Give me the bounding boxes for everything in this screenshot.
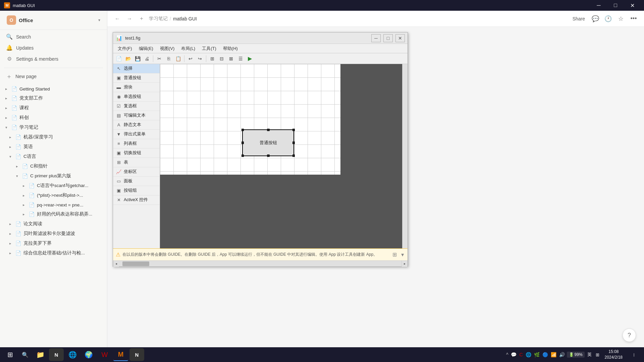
taskbar-wps[interactable]: W [97, 348, 112, 361]
toolbar-open-button[interactable]: 📂 [124, 54, 132, 63]
matlab-close-button[interactable]: ✕ [395, 34, 405, 42]
tree-item-c-zhizhen[interactable]: ▸📄C和指针 [1, 162, 106, 171]
tray-arrow[interactable]: ^ [505, 351, 509, 358]
favorite-button[interactable]: ☆ [616, 14, 626, 24]
minimize-button[interactable]: ─ [591, 0, 606, 11]
menu-编辑(E)[interactable]: 编辑(E) [136, 45, 157, 53]
toolbar-run-button[interactable]: ▶ [246, 54, 254, 63]
toolbar-undo-button[interactable]: ↩ [186, 54, 195, 63]
palette-item-panel[interactable]: ▭面板 [113, 177, 160, 186]
palette-item-pushbutton[interactable]: ▣普通按钮 [113, 73, 160, 83]
tree-item-kelama[interactable]: ▸📄克拉美罗下界 [1, 239, 106, 248]
taskbar-clock[interactable]: 15:08 2024/2/18 [602, 349, 625, 360]
tree-item-bayesi[interactable]: ▸📄贝叶斯滤波和卡尔曼滤波 [1, 229, 106, 238]
palette-item-checkbox[interactable]: ☑复选框 [113, 102, 160, 111]
network-icon[interactable]: 📶 [550, 351, 557, 358]
taskbar-search-button[interactable]: 🔍 [19, 348, 32, 361]
warning-expand-button[interactable]: ⊞ [392, 251, 397, 258]
toolbar-redo-button[interactable]: ↪ [196, 54, 204, 63]
more-button[interactable]: ••• [629, 14, 639, 24]
palette-item-listbox[interactable]: ≡列表框 [113, 139, 160, 148]
start-button[interactable]: ⊞ [3, 348, 17, 361]
maximize-button[interactable]: □ [608, 0, 623, 11]
tree-item-c-lang[interactable]: ▾📄C语言 [1, 152, 106, 161]
back-button[interactable]: ← [113, 14, 122, 23]
toolbar-new-button[interactable]: 📄 [114, 54, 123, 63]
h-scroll-thumb[interactable] [122, 261, 149, 266]
scroll-right-button[interactable]: ▸ [401, 261, 408, 267]
toolbar-paste-button[interactable]: 📋 [174, 54, 182, 63]
tree-item-dangzhi[interactable]: ▸📄党支部工作 [1, 94, 106, 103]
tree-item-yingyu[interactable]: ▸📄英语 [1, 142, 106, 152]
taskbar-matlab[interactable]: M [113, 348, 128, 361]
taskbar-notion2[interactable]: N [129, 348, 144, 361]
toolbar-snap-button[interactable]: ⊠ [227, 54, 235, 63]
tray-app3[interactable]: 🔵 [542, 351, 549, 358]
lang-indicator[interactable]: 英 [586, 351, 593, 358]
taskbar-edge[interactable]: 🌐 [65, 348, 80, 361]
nav-item-search[interactable]: 🔍 Search [3, 31, 104, 42]
canvas-scrollbar-right[interactable] [402, 64, 408, 248]
tree-item-kechuang[interactable]: ▸📄科创 [1, 113, 106, 122]
palette-item-slider[interactable]: ▬滑块 [113, 83, 160, 92]
toolbar-menu-button[interactable]: ☰ [236, 54, 245, 63]
toolbar-copy-button[interactable]: ⎘ [164, 54, 173, 63]
close-button[interactable]: ✕ [625, 0, 640, 11]
h-scrollbar[interactable]: ◂ ▸ [113, 260, 408, 266]
tree-item-jiqixuexi[interactable]: ▸📄机器/深度学习 [1, 132, 106, 142]
wechat-icon[interactable]: 💬 [510, 351, 517, 358]
show-desktop-button[interactable]: | [627, 348, 641, 361]
pushbutton-widget[interactable]: 普通按钮 [242, 129, 294, 156]
history-button[interactable]: 🕐 [603, 14, 613, 24]
menu-视图(V)[interactable]: 视图(V) [157, 45, 178, 53]
breadcrumb-parent[interactable]: 学习笔记 [149, 16, 168, 22]
toolbar-align-button[interactable]: ⊞ [208, 54, 217, 63]
toolbar-grid-button[interactable]: ⊟ [217, 54, 226, 63]
warning-scroll-down[interactable]: ▼ [400, 252, 405, 257]
tree-item-kecheng[interactable]: ▸📄课程 [1, 103, 106, 113]
matlab-minimize-button[interactable]: ─ [371, 34, 381, 42]
tree-item-c-primer[interactable]: ▾📄C primer plus第六版 [1, 171, 106, 181]
palette-item-statictext[interactable]: A静态文本 [113, 120, 160, 130]
palette-item-table[interactable]: ⊞表 [113, 158, 160, 167]
help-button[interactable]: ? [623, 328, 636, 342]
taskbar-notion-app[interactable]: N [49, 348, 64, 361]
menu-工具(T)[interactable]: 工具(T) [199, 45, 220, 53]
h-scroll-track[interactable] [119, 261, 401, 266]
tree-item-getting-started[interactable]: ▸📄Getting Started [1, 84, 106, 93]
tree-item-plist-next[interactable]: ▸📄(*plist)->next和plist->... [1, 191, 106, 200]
tree-item-scanf-getch[interactable]: ▸📄C语言中scanf与getchar... [1, 181, 106, 190]
palette-item-axes[interactable]: 📈坐标区 [113, 167, 160, 177]
palette-item-buttongroup[interactable]: ▣按钮组 [113, 186, 160, 195]
scroll-left-button[interactable]: ◂ [113, 261, 119, 267]
nav-item-settings[interactable]: ⚙ Settings & members [3, 53, 104, 64]
tray-app1[interactable]: 🌐 [525, 351, 532, 358]
forward-button[interactable]: → [125, 14, 134, 23]
add-page-button[interactable]: ＋ [137, 14, 146, 23]
palette-item-activex[interactable]: ✕ActiveX 控件 [113, 195, 160, 205]
comment-button[interactable]: 💬 [590, 14, 600, 24]
volume-icon[interactable]: 🔊 [558, 351, 566, 358]
toolbar-save-button[interactable]: 💾 [133, 54, 142, 63]
tree-item-zonghe[interactable]: ▸📄综合信息处理基础/估计与检... [1, 248, 106, 258]
new-page-button[interactable]: ＋ New page [0, 70, 107, 83]
palette-item-popupmenu[interactable]: ▼弹出式菜单 [113, 130, 160, 139]
menu-文件(F)[interactable]: 文件(F) [114, 45, 136, 53]
matlab-maximize-button[interactable]: □ [383, 34, 393, 42]
toolbar-cut-button[interactable]: ✂ [155, 54, 164, 63]
csdn-icon[interactable]: C [519, 351, 523, 358]
palette-item-select[interactable]: ↖选择 [113, 64, 160, 73]
palette-item-radiobutton[interactable]: ◉单选按钮 [113, 92, 160, 102]
menu-帮助(H)[interactable]: 帮助(H) [220, 45, 241, 53]
ime-grid[interactable]: ⊞ [594, 352, 601, 358]
menu-布局(L)[interactable]: 布局(L) [178, 45, 199, 53]
tree-item-lunwen[interactable]: ▸📄论文阅读 [1, 219, 106, 229]
taskbar-360[interactable]: 🌍 [81, 348, 96, 361]
taskbar-file-explorer[interactable]: 📁 [33, 348, 48, 361]
palette-item-edittext[interactable]: ▤可编辑文本 [113, 111, 160, 120]
canvas-area[interactable]: 普通按钮 [160, 64, 408, 248]
palette-item-togglebutton[interactable]: ▣切换按钮 [113, 148, 160, 158]
workspace-selector[interactable]: O Office ▾ [4, 13, 103, 27]
toolbar-print-button[interactable]: 🖨 [143, 54, 151, 63]
share-button[interactable]: Share [570, 15, 588, 23]
